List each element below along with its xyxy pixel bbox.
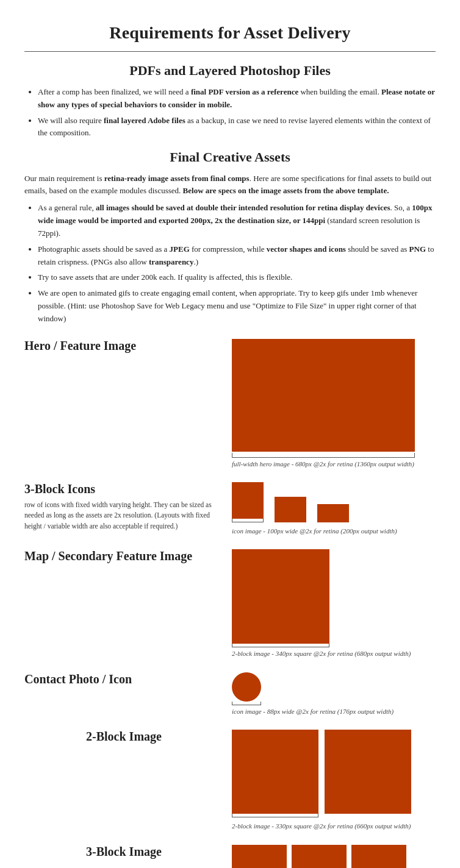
section2-bullet-4: We are open to animated gifs to create e… [38,287,436,325]
asset-contact-circle [232,672,261,702]
section2-bullets: As a general rule, all images should be … [38,202,436,325]
asset-icons-section: 3-Block Icons row of icons with fixed wi… [24,482,436,536]
asset-hero-row: Hero / Feature Image full-width hero ima… [24,339,436,469]
main-title: Requirements for Asset Delivery [24,12,436,51]
asset-icon-1-wrap [232,482,264,525]
section1-bullets: After a comp has been finalized, we will… [38,86,436,140]
asset-contact-visual: icon image - 88px wide @2x for retina (1… [232,672,436,716]
asset-map-row: Map / Secondary Feature Image 2-block im… [24,549,436,658]
asset-map-visual: 2-block image - 340px square @2x for ret… [232,549,436,658]
asset-threeblock-rect1 [232,845,287,868]
asset-twoblock-label-col: 2-Block Image [24,730,232,747]
asset-contact-row: Contact Photo / Icon icon image - 88px w… [24,672,436,716]
asset-twoblock-rects [232,730,411,820]
asset-map-label: Map / Secondary Feature Image [24,549,223,563]
asset-icon-1-rect [232,482,264,519]
title-divider [24,51,436,52]
asset-map-bracket [232,644,329,647]
asset-threeblock-visual: 3-block image - 213px square @3x for ret… [232,845,436,868]
asset-icons-visual: icon image - 100px wide @2x for retina (… [232,482,436,536]
asset-hero-label: Hero / Feature Image [24,339,223,353]
asset-threeblock-rect2 [292,845,347,868]
asset-twoblock-rect1 [232,730,318,814]
section1-title: PDFs and Layered Photoshop Files [24,63,436,79]
asset-icon-2-rect [275,497,306,522]
page-container: Requirements for Asset Delivery PDFs and… [0,0,460,868]
asset-contact-caption: icon image - 88px wide @2x for retina (1… [232,707,394,716]
section2-bullet-2: Photographic assets should be saved as a… [38,243,436,269]
asset-threeblock-row: 3-Block Image [24,845,436,868]
asset-threeblock-wrap2 [292,845,347,868]
asset-hero-visual: full-width hero image - 680px @2x for re… [232,339,436,469]
asset-icons-label-col: 3-Block Icons row of icons with fixed wi… [24,482,232,532]
asset-twoblock-rect2 [325,730,411,814]
asset-twoblock-wrap2 [325,730,411,814]
asset-threeblock-section: 3-Block Image [24,845,436,868]
section2-bullet-3: Try to save assets that are under 200k e… [38,271,436,284]
asset-twoblock-section: 2-Block Image 2-block image - 330px squa… [24,730,436,831]
asset-twoblock-row: 2-Block Image 2-block image - 330px squa… [24,730,436,831]
asset-map-caption: 2-block image - 340px square @2x for ret… [232,649,411,658]
asset-hero-rect [232,339,415,452]
asset-hero-bracket-line [232,453,415,458]
asset-icon-2-wrap [275,497,306,525]
section1-bullet-2: We will also require final layered Adobe… [38,115,436,140]
asset-threeblock-label: 3-Block Image [24,845,223,859]
asset-threeblock-rects [232,845,406,868]
asset-contact-section: Contact Photo / Icon icon image - 88px w… [24,672,436,716]
asset-hero-label-col: Hero / Feature Image [24,339,232,357]
asset-contact-visual-inner: icon image - 88px wide @2x for retina (1… [232,672,394,716]
asset-map-label-col: Map / Secondary Feature Image [24,549,232,567]
asset-map-rect [232,549,329,644]
asset-icon-3-rect [317,504,349,522]
asset-contact-label-col: Contact Photo / Icon [24,672,232,690]
section2-intro: Our main requirement is retina-ready ima… [24,173,436,197]
asset-contact-label: Contact Photo / Icon [24,672,223,686]
asset-twoblock-visual: 2-block image - 330px square @2x for ret… [232,730,436,831]
section1-bullet-1: After a comp has been finalized, we will… [38,86,436,112]
asset-icon-3-wrap [317,504,349,525]
asset-hero-caption: full-width hero image - 680px @2x for re… [232,460,414,469]
asset-icons-caption: icon image - 100px wide @2x for retina (… [232,527,397,536]
asset-threeblock-label-col: 3-Block Image [24,845,232,863]
asset-threeblock-rect3 [351,845,406,868]
asset-map-section: Map / Secondary Feature Image 2-block im… [24,549,436,658]
asset-twoblock-wrap1 [232,730,318,820]
asset-icons-row: 3-Block Icons row of icons with fixed wi… [24,482,436,536]
asset-threeblock-wrap3 [351,845,406,868]
asset-twoblock-caption: 2-block image - 330px square @2x for ret… [232,822,411,831]
asset-threeblock-wrap1 [232,845,287,868]
asset-icon-1-bracket [232,519,264,522]
asset-icons-label: 3-Block Icons [24,482,223,496]
asset-contact-bracket [232,702,261,705]
asset-hero-section: Hero / Feature Image full-width hero ima… [24,339,436,469]
section2-bullet-1: As a general rule, all images should be … [38,202,436,240]
asset-twoblock-bracket1 [232,814,318,817]
section2-title: Final Creative Assets [24,149,436,165]
asset-icons-row-visual [232,482,349,525]
asset-icons-subtext: row of icons with fixed width varying he… [24,500,223,532]
asset-twoblock-label: 2-Block Image [24,730,223,744]
asset-hero-bracket [232,339,415,458]
